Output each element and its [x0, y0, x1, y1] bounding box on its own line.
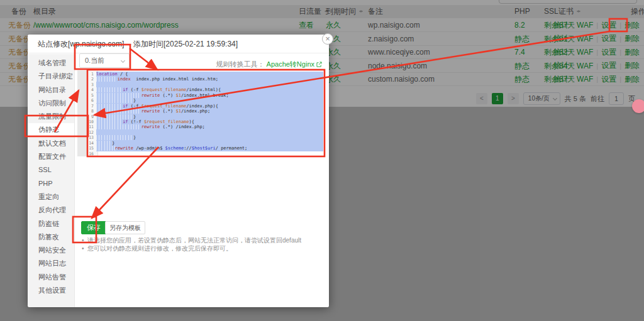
line-number: 9	[77, 114, 96, 119]
sidebar-item-其他设置[interactable]: 其他设置	[28, 284, 74, 297]
sidebar-item-网站安全[interactable]: 网站安全	[28, 244, 74, 257]
rewrite-template-value: 0.当前	[85, 57, 104, 64]
rule-convert-tool: 规则转换工具： Apache转Nginx	[216, 60, 322, 69]
sidebar-item-防篡改[interactable]: 防篡改	[28, 231, 74, 244]
line-number: 3	[77, 82, 96, 87]
line-number: 5	[77, 93, 96, 98]
sidebar-item-流量限制[interactable]: 流量限制	[28, 110, 74, 123]
save-button[interactable]: 保存	[81, 221, 106, 234]
code-line[interactable]	[96, 151, 323, 156]
sidebar-item-访问限制[interactable]: 访问限制	[28, 97, 74, 110]
external-link-icon	[316, 62, 322, 67]
sidebar-item-反向代理[interactable]: 反向代理	[28, 204, 74, 217]
apache-to-nginx-link[interactable]: Apache转Nginx	[267, 60, 314, 69]
line-number: 7	[77, 104, 96, 109]
sidebar-item-伪静态[interactable]: 伪静态	[28, 123, 74, 136]
line-number: 2	[77, 77, 96, 82]
code-line[interactable]: rewrite (.*) /index.php;	[96, 124, 323, 129]
line-number: 8	[77, 109, 96, 114]
code-line[interactable]: }	[96, 114, 323, 119]
line-number: 6	[77, 98, 96, 103]
modal-title: 站点修改[wp.naisigo.com] -- 添加时间[2025-02-21 …	[28, 35, 329, 53]
line-number: 1	[77, 72, 96, 77]
code-line[interactable]: }	[96, 98, 323, 103]
sidebar-item-网站日志[interactable]: 网站日志	[28, 257, 74, 270]
site-manager-page: 备份根目录日流量到期时间备注PHPSSL证书操作 无备份/www/wwwroot…	[0, 0, 644, 321]
save-as-template-button[interactable]: 另存为模板	[105, 221, 145, 234]
tip-text: 请选择您的应用，若设置伪静态后，网站无法正常访问，请尝试设置回default	[81, 236, 301, 244]
sidebar-item-默认文档[interactable]: 默认文档	[28, 137, 74, 150]
close-icon[interactable]: ×	[322, 33, 333, 45]
modal-sidebar: 域名管理子目录绑定网站目录访问限制流量限制伪静态默认文档配置文件SSLPHP重定…	[28, 54, 75, 307]
line-number: 11	[77, 124, 96, 129]
chevron-down-icon	[121, 58, 125, 63]
line-number: 10	[77, 119, 96, 124]
code-line[interactable]: location / {	[96, 72, 323, 77]
line-number: 15	[77, 146, 96, 151]
sidebar-item-配置文件[interactable]: 配置文件	[28, 150, 74, 163]
site-settings-modal: 站点修改[wp.naisigo.com] -- 添加时间[2025-02-21 …	[28, 35, 329, 307]
tip-text: 您可以对伪静态规则进行修改，修改完后保存即可。	[81, 244, 301, 253]
code-line[interactable]: if (!-f $request_filename){	[96, 119, 323, 124]
code-line[interactable]: if (-f $request_filename/index.html){	[96, 87, 323, 92]
rewrite-panel: 0.当前 规则转换工具： Apache转Nginx 1location / {2…	[75, 54, 329, 307]
rule-convert-label: 规则转换工具：	[216, 60, 265, 69]
code-line[interactable]	[96, 130, 323, 135]
sidebar-item-域名管理[interactable]: 域名管理	[28, 57, 74, 70]
code-line[interactable]: rewrite (.*) $1/index.php;	[96, 109, 323, 114]
code-line[interactable]: if (-f $request_filename/index.php){	[96, 104, 323, 109]
sidebar-item-网站目录[interactable]: 网站目录	[28, 84, 74, 97]
line-number: 4	[77, 87, 96, 92]
code-line[interactable]: index index.php index.html index.htm;	[96, 77, 323, 82]
line-number: 12	[77, 130, 96, 135]
sidebar-item-PHP[interactable]: PHP	[28, 177, 74, 190]
rewrite-code-editor[interactable]: 1location / {2 index index.php index.htm…	[77, 70, 323, 156]
code-line[interactable]	[96, 82, 323, 87]
sidebar-item-防盗链[interactable]: 防盗链	[28, 217, 74, 231]
code-line[interactable]: }	[96, 141, 323, 146]
line-number: 14	[77, 141, 96, 146]
code-area[interactable]: 1location / {2 index index.php index.htm…	[77, 70, 323, 156]
floating-help-badge[interactable]	[632, 99, 644, 113]
code-line[interactable]: rewrite (.*) $1/index.html break;	[96, 93, 323, 98]
sidebar-item-重定向[interactable]: 重定向	[28, 190, 74, 204]
code-line[interactable]: rewrite /wp-admin$ $scheme://$host$uri/ …	[96, 146, 323, 151]
sidebar-item-网站告警[interactable]: 网站告警	[28, 271, 74, 284]
code-line[interactable]: }	[96, 135, 323, 140]
sidebar-item-子目录绑定[interactable]: 子目录绑定	[28, 70, 74, 83]
help-tips: 请选择您的应用，若设置伪静态后，网站无法正常访问，请尝试设置回default您可…	[81, 236, 301, 253]
line-number: 16	[77, 151, 96, 156]
sidebar-item-SSL[interactable]: SSL	[28, 163, 74, 177]
rewrite-template-select[interactable]: 0.当前	[79, 53, 130, 68]
line-number: 13	[77, 135, 96, 140]
